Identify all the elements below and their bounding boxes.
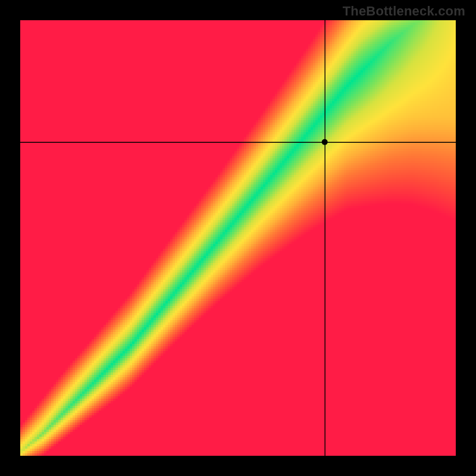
chart-frame: TheBottleneck.com bbox=[0, 0, 476, 476]
heatmap-canvas bbox=[20, 20, 456, 456]
watermark-text: TheBottleneck.com bbox=[343, 4, 465, 19]
